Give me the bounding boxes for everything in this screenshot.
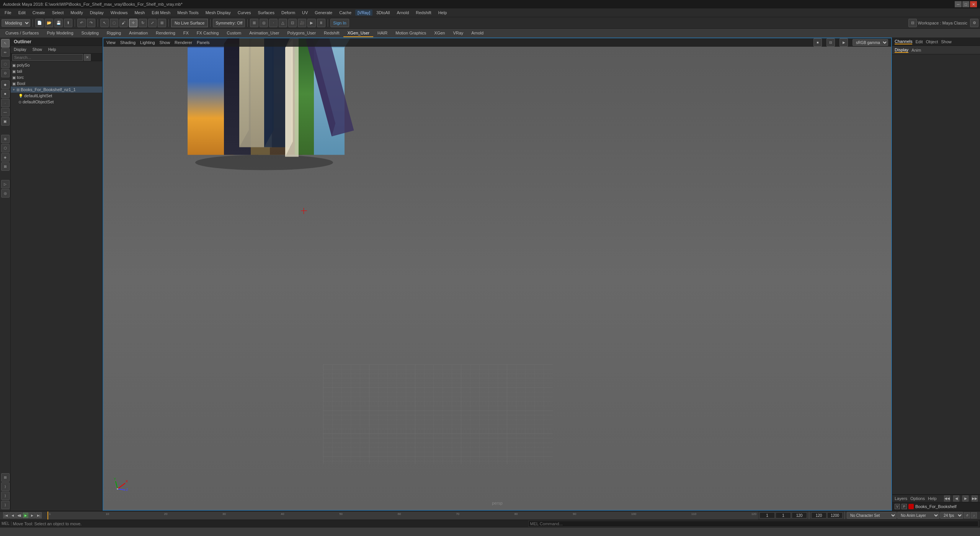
new-file-button[interactable]: 📄 — [35, 19, 44, 27]
mel-input[interactable] — [528, 521, 978, 527]
audio-button[interactable]: ♪ — [971, 512, 977, 518]
go-to-end-button[interactable]: ▶| — [36, 512, 42, 518]
ipr-button[interactable]: ◎ — [1, 189, 10, 198]
shelf-tab-anim-user[interactable]: Animation_User — [245, 29, 283, 37]
snap-to-grid-button[interactable]: ⊞ — [250, 19, 258, 27]
shelf-tab-custom[interactable]: Custom — [223, 29, 245, 37]
shelf-tab-animation[interactable]: Animation — [125, 29, 152, 37]
soft-select-button[interactable]: ⊙ — [1, 69, 10, 77]
vertex-button[interactable]: · — [1, 99, 10, 107]
shelf-tab-redshift[interactable]: Redshift — [320, 29, 343, 37]
menu-3dtoall[interactable]: 3DtoAll — [373, 10, 393, 16]
viewport[interactable]: View Shading Lighting Show Renderer Pane… — [103, 38, 892, 511]
play-forward-button[interactable]: ▶ — [23, 512, 29, 518]
outliner-item-books-group[interactable]: ▼ ⊞ Books_For_Bookshelf_nz1_1 — [11, 87, 102, 93]
display-tab[interactable]: Display — [895, 47, 908, 53]
snap-to-surface-button[interactable]: △ — [279, 19, 287, 27]
menu-edit-mesh[interactable]: Edit Mesh — [149, 10, 173, 16]
render-preview-button[interactable]: ▶ — [307, 19, 316, 27]
menu-edit[interactable]: Edit — [15, 10, 29, 16]
outliner-item-objectset[interactable]: ⊙ defaultObjectSet — [17, 99, 102, 105]
menu-mesh[interactable]: Mesh — [131, 10, 148, 16]
undo-button[interactable]: ↶ — [77, 19, 86, 27]
outliner-search-input[interactable] — [12, 54, 83, 61]
end-frame-input[interactable] — [792, 512, 807, 518]
channels-tab[interactable]: Channels — [895, 39, 912, 44]
snap-point-button[interactable]: ◆ — [1, 80, 10, 89]
layers-tab[interactable]: Layers — [895, 496, 907, 501]
step-forward-button[interactable]: ▶ — [29, 512, 35, 518]
menu-generate[interactable]: Generate — [312, 10, 335, 16]
menu-create[interactable]: Create — [29, 10, 48, 16]
component-button[interactable]: ■ — [1, 90, 10, 98]
paint-tool-button[interactable]: 🖌 — [119, 19, 128, 27]
xray-button[interactable]: ⊛ — [1, 135, 10, 143]
stop-button[interactable]: ⏸ — [317, 19, 325, 27]
shelf-tab-poly-user[interactable]: Polygons_User — [284, 29, 320, 37]
no-live-surface[interactable]: No Live Surface — [171, 19, 208, 27]
smooth-button[interactable]: ◈ — [1, 153, 10, 162]
menu-curves[interactable]: Curves — [235, 10, 254, 16]
shelf-tab-sculpting[interactable]: Sculpting — [78, 29, 103, 37]
menu-deform[interactable]: Deform — [278, 10, 298, 16]
menu-file[interactable]: File — [2, 10, 15, 16]
start-frame-input[interactable] — [760, 512, 775, 518]
wireframe-button[interactable]: ⬡ — [1, 144, 10, 152]
range-end-input[interactable] — [827, 512, 843, 518]
close-button[interactable]: ✕ — [970, 1, 977, 7]
edit-tab[interactable]: Edit — [915, 39, 923, 44]
shelf-tab-rendering[interactable]: Rendering — [152, 29, 179, 37]
snap-to-view-button[interactable]: ⊡ — [288, 19, 297, 27]
settings-button[interactable]: ⚙ — [970, 19, 978, 27]
minimize-button[interactable]: ─ — [955, 1, 962, 7]
open-file-button[interactable]: 📂 — [45, 19, 53, 27]
shelf-tab-vray[interactable]: VRay — [449, 29, 467, 37]
help-tab[interactable]: Help — [928, 496, 937, 501]
mode-dropdown[interactable]: Modeling — [2, 19, 30, 27]
layer-prev-button[interactable]: ◀ — [953, 495, 959, 502]
symmetry-button[interactable]: Symmetry: Off — [213, 19, 245, 27]
camera-button[interactable]: 🎥 — [298, 19, 306, 27]
fps-select[interactable]: 24 fps — [940, 512, 963, 519]
vp-menu-lighting[interactable]: Lighting — [140, 40, 155, 45]
render-button[interactable]: ▷ — [1, 180, 10, 188]
outliner-item-bool[interactable]: ▣ Bool — [11, 80, 102, 87]
layer-playback-toggle[interactable]: P — [902, 504, 907, 509]
object-tab[interactable]: Object — [926, 39, 938, 44]
shelf-tab-arnold[interactable]: Arnold — [467, 29, 487, 37]
layer-row-books[interactable]: V P Books_For_Bookshelf — [892, 502, 980, 511]
menu-mesh-tools[interactable]: Mesh Tools — [174, 10, 201, 16]
go-to-start-button[interactable]: |◀ — [3, 512, 9, 518]
layer-next-button[interactable]: ▶ — [962, 495, 969, 502]
shelf-tab-motion[interactable]: Motion Graphics — [392, 29, 430, 37]
scale-tool-button[interactable]: ⤢ — [148, 19, 157, 27]
menu-help[interactable]: Help — [435, 10, 450, 16]
timeline[interactable]: |◀ ◀ ◀▮ ▶ ▶ ▶| 1 10 20 30 40 50 60 70 — [0, 511, 980, 520]
vp-playback-button[interactable]: ▶ — [840, 38, 848, 47]
menu-modify[interactable]: Modify — [67, 10, 86, 16]
loop-button[interactable]: ↺ — [964, 512, 970, 518]
show-tab[interactable]: Show — [941, 39, 952, 44]
current-frame-input[interactable] — [776, 512, 791, 518]
no-anim-layer-select[interactable]: No Anim Layer — [897, 512, 939, 519]
shelf-tab-fxcaching[interactable]: FX Caching — [193, 29, 222, 37]
menu-cache[interactable]: Cache — [336, 10, 354, 16]
color-profile-select[interactable]: sRGB gamma — [853, 39, 888, 46]
texture-button[interactable]: ⊠ — [1, 162, 10, 171]
vp-menu-show[interactable]: Show — [160, 40, 170, 45]
paint-select-button[interactable]: ✏ — [1, 48, 10, 57]
maximize-button[interactable]: □ — [962, 1, 969, 7]
menu-uv[interactable]: UV — [299, 10, 311, 16]
layer-back-button[interactable]: ◀◀ — [944, 495, 950, 502]
menu-select[interactable]: Select — [49, 10, 67, 16]
sign-in-button[interactable]: Sign In — [330, 19, 349, 27]
layer-vis-toggle[interactable]: V — [895, 504, 900, 509]
edge-button[interactable]: — — [1, 108, 10, 116]
no-char-set-select[interactable]: No Character Set — [847, 512, 897, 519]
attribute-editor-toggle[interactable]: ⟩ — [1, 492, 10, 500]
shelf-tab-hair[interactable]: HAIR — [374, 29, 391, 37]
layer-forward-button[interactable]: ▶▶ — [972, 495, 978, 502]
play-reverse-button[interactable]: ◀▮ — [16, 512, 22, 518]
menu-display[interactable]: Display — [87, 10, 107, 16]
menu-redshift[interactable]: Redshift — [413, 10, 434, 16]
